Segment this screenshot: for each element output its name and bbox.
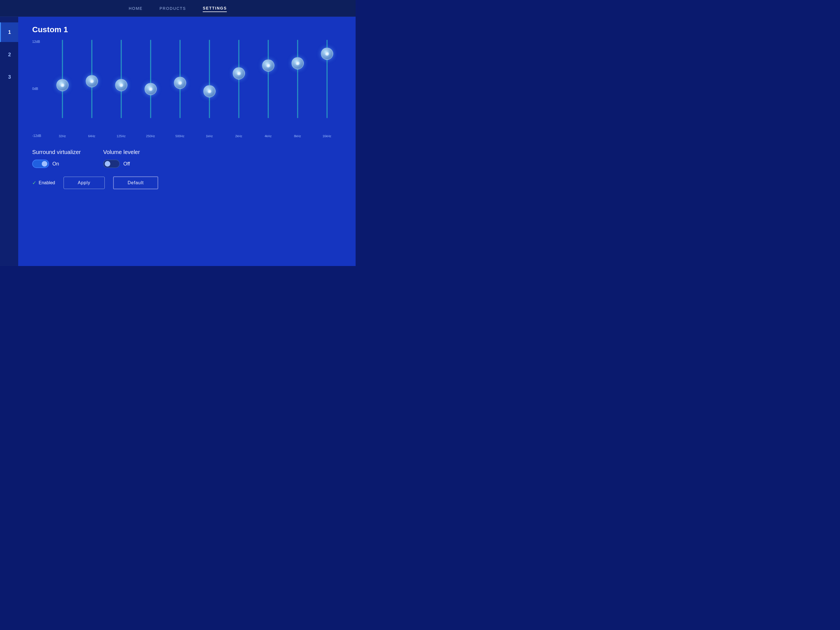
band-label-1kHz: 1kHz (206, 134, 213, 138)
sidebar-item-1[interactable]: 1 (0, 22, 18, 42)
eq-band-2kHz: 2kHz (224, 40, 253, 138)
surround-toggle[interactable] (32, 159, 49, 168)
preset-title: Custom 1 (32, 25, 342, 34)
default-button[interactable]: Default (113, 177, 158, 189)
band-label-2kHz: 2kHz (235, 134, 242, 138)
volume-leveler-group: Volume leveler Off (103, 149, 140, 168)
enabled-text: Enabled (39, 180, 55, 185)
eq-band-16kHz: 16kHz (312, 40, 342, 138)
equalizer: 12dB 0dB -12dB 32Hz 64Hz (32, 40, 342, 146)
slider-track-32Hz[interactable] (62, 40, 63, 118)
eq-label-zero: 0dB (32, 87, 41, 91)
slider-track-1kHz[interactable] (209, 40, 210, 118)
slider-handle-250Hz[interactable] (144, 83, 157, 95)
band-label-4kHz: 4kHz (265, 134, 272, 138)
slider-handle-1kHz[interactable] (203, 85, 216, 98)
slider-handle-2kHz[interactable] (233, 67, 245, 79)
surround-toggle-knob (42, 161, 47, 167)
volume-leveler-state: Off (123, 161, 130, 167)
eq-band-32Hz: 32Hz (47, 40, 77, 138)
eq-band-4kHz: 4kHz (253, 40, 283, 138)
slider-track-4kHz[interactable] (268, 40, 269, 118)
slider-track-2kHz[interactable] (238, 40, 239, 118)
band-label-125Hz: 125Hz (117, 134, 126, 138)
eq-band-250Hz: 250Hz (136, 40, 165, 138)
band-label-8kHz: 8kHz (294, 134, 301, 138)
sidebar: 1 2 3 (0, 17, 18, 266)
surround-toggle-row: On (32, 159, 81, 168)
nav-home[interactable]: HOME (129, 5, 143, 12)
slider-handle-500Hz[interactable] (174, 77, 186, 89)
band-label-64Hz: 64Hz (88, 134, 95, 138)
volume-leveler-toggle-row: Off (103, 159, 140, 168)
slider-handle-8kHz[interactable] (292, 57, 304, 69)
eq-band-1kHz: 1kHz (194, 40, 224, 138)
band-label-32Hz: 32Hz (59, 134, 66, 138)
sidebar-item-3[interactable]: 3 (0, 67, 18, 87)
eq-db-labels: 12dB 0dB -12dB (32, 40, 44, 146)
eq-sliders-container: 32Hz 64Hz 125Hz 250Hz 500Hz (47, 40, 342, 146)
slider-track-64Hz[interactable] (91, 40, 92, 118)
main-layout: 1 2 3 Custom 1 12dB 0dB -12dB 32Hz (0, 17, 355, 266)
eq-band-8kHz: 8kHz (283, 40, 312, 138)
slider-handle-16kHz[interactable] (321, 47, 333, 60)
surround-group: Surround virtualizer On (32, 149, 81, 168)
slider-handle-4kHz[interactable] (262, 59, 275, 72)
slider-handle-125Hz[interactable] (115, 79, 127, 91)
surround-label: Surround virtualizer (32, 149, 81, 155)
band-label-250Hz: 250Hz (146, 134, 155, 138)
bottom-bar: ✓ Enabled Apply Default (32, 177, 342, 189)
eq-band-125Hz: 125Hz (106, 40, 136, 138)
main-content: Custom 1 12dB 0dB -12dB 32Hz 64 (18, 17, 355, 266)
eq-band-64Hz: 64Hz (77, 40, 106, 138)
slider-track-250Hz[interactable] (150, 40, 151, 118)
slider-handle-32Hz[interactable] (56, 79, 69, 91)
slider-track-16kHz[interactable] (327, 40, 328, 118)
nav-bar: HOME PRODUCTS SETTINGS (0, 0, 355, 17)
volume-leveler-toggle[interactable] (103, 159, 120, 168)
nav-settings[interactable]: SETTINGS (203, 5, 227, 12)
eq-label-max: 12dB (32, 40, 41, 44)
surround-state: On (52, 161, 59, 167)
volume-leveler-label: Volume leveler (103, 149, 140, 155)
eq-label-min: -12dB (32, 134, 41, 138)
sidebar-item-2[interactable]: 2 (0, 45, 18, 65)
volume-leveler-toggle-knob (105, 161, 111, 167)
controls-section: Surround virtualizer On Volume leveler O… (32, 149, 342, 168)
slider-handle-64Hz[interactable] (86, 75, 98, 87)
slider-track-8kHz[interactable] (297, 40, 298, 118)
band-label-16kHz: 16kHz (322, 134, 331, 138)
eq-band-500Hz: 500Hz (165, 40, 194, 138)
band-label-500Hz: 500Hz (175, 134, 185, 138)
nav-products[interactable]: PRODUCTS (159, 5, 186, 12)
check-icon: ✓ (32, 180, 36, 186)
slider-track-125Hz[interactable] (121, 40, 122, 118)
apply-button[interactable]: Apply (63, 177, 105, 189)
slider-track-500Hz[interactable] (180, 40, 181, 118)
enabled-label: ✓ Enabled (32, 180, 55, 186)
